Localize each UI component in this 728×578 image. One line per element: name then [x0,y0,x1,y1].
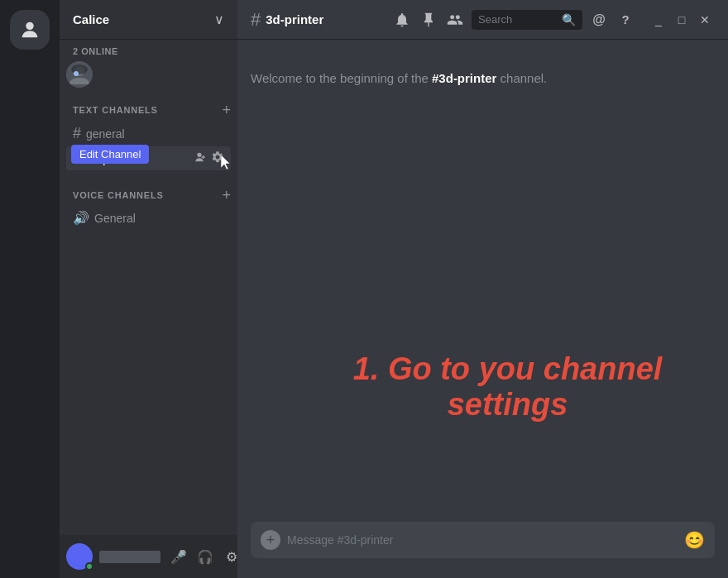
member-list-icon[interactable] [445,10,465,30]
user-area: ████████ 🎤 🎧 ⚙ [60,535,237,578]
deafen-button[interactable]: 🎧 [194,545,217,568]
settings-gear-icon[interactable] [211,150,224,166]
channel-item-general[interactable]: # general [66,122,231,146]
channel-welcome: Welcome to the beginning of the #3d-prin… [251,69,715,88]
svg-rect-3 [71,64,88,74]
add-member-icon[interactable] [194,150,208,166]
welcome-suffix: channel. [496,71,547,85]
search-placeholder: Search [478,13,557,26]
topbar-hash-icon: # [251,9,261,31]
welcome-prefix: Welcome to the beginning of the [251,71,432,85]
server-icon-calice[interactable] [10,10,50,50]
online-user-row [60,60,237,89]
topbar: # 3d-printer Search 🔍 @ ? [237,0,728,40]
voice-channels-label: VOICE CHANNELS [73,190,164,200]
status-indicator [85,562,93,571]
message-input-area: + 😊 [237,522,728,578]
voice-channel-name-general: General [94,212,224,225]
pinned-messages-icon[interactable] [419,10,438,30]
channel-item-3dprinter[interactable]: # 3d-printer Edit Channel [66,146,231,170]
topbar-channel-name: 3d-printer [266,12,323,26]
text-channels-label: TEXT CHANNELS [73,105,158,115]
channel-welcome-description: Welcome to the beginning of the #3d-prin… [251,69,715,88]
avatar-image [66,61,93,88]
help-icon[interactable]: ? [615,10,635,30]
search-icon: 🔍 [562,13,576,26]
minimize-button[interactable]: _ [649,10,668,30]
message-area: Welcome to the beginning of the #3d-prin… [237,40,728,522]
guild-icon [18,18,41,41]
current-user-avatar [66,543,93,570]
hash-icon-3dprinter: # [73,150,81,167]
notifications-icon[interactable] [392,10,412,30]
message-add-button[interactable]: + [261,530,280,550]
topbar-actions: Search 🔍 @ ? _ □ ✕ [392,10,715,30]
user-controls: 🎤 🎧 ⚙ [167,545,243,568]
svg-point-0 [26,22,33,30]
username-display: ████████ [99,551,160,563]
window-controls: _ □ ✕ [649,10,715,30]
text-channels-category[interactable]: TEXT CHANNELS + [60,103,237,121]
chevron-down-icon: ∨ [214,12,224,27]
emoji-picker-button[interactable]: 😊 [684,530,705,550]
channel-item-voice-general[interactable]: 🔊 General [66,207,231,229]
mute-button[interactable]: 🎤 [167,545,190,568]
at-icon[interactable]: @ [589,10,609,30]
server-sidebar [0,0,60,578]
channel-name-general: general [86,127,224,141]
hash-icon-general: # [73,125,81,142]
welcome-channel-ref: #3d-printer [432,71,496,85]
server-header[interactable]: Calice ∨ [60,0,237,40]
add-voice-channel-button[interactable]: + [222,188,231,203]
server-name: Calice [73,12,109,26]
text-channels-section: TEXT CHANNELS + # general # 3d-printer [60,89,237,174]
message-input-box: + 😊 [251,522,715,558]
svg-point-4 [74,71,79,76]
user-area-info: ████████ [99,551,160,563]
speaker-icon: 🔊 [73,210,89,226]
search-bar[interactable]: Search 🔍 [472,10,582,30]
topbar-channel-info: # 3d-printer [251,9,323,31]
voice-channels-category[interactable]: VOICE CHANNELS + [60,188,237,206]
user-avatar-online [66,61,93,88]
channel-sidebar: Calice ∨ 2 ONLINE TEXT CHANNELS + [60,0,237,578]
channel-action-icons [194,150,224,166]
voice-channels-section: VOICE CHANNELS + 🔊 General [60,174,237,233]
channel-name-3dprinter: 3d-printer [86,152,194,165]
add-text-channel-button[interactable]: + [222,103,231,117]
online-count: 2 ONLINE [60,40,237,60]
app-container: Calice ∨ 2 ONLINE TEXT CHANNELS + [0,0,728,578]
maximize-button[interactable]: □ [672,10,692,30]
main-content: # 3d-printer Search 🔍 @ ? [237,0,728,578]
annotation-text: 1. Go to you channel settings [304,351,711,423]
close-button[interactable]: ✕ [695,10,715,30]
message-input-field[interactable] [287,533,678,547]
